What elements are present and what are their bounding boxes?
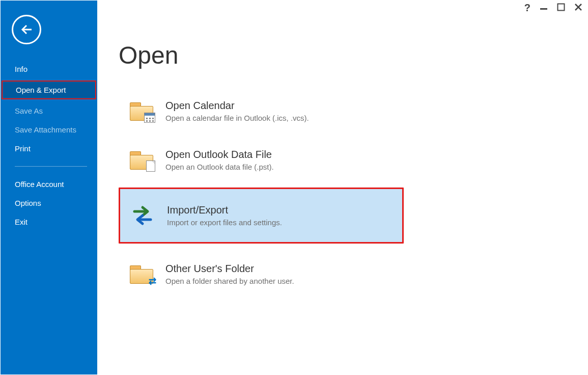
sidebar-item-exit[interactable]: Exit <box>1 212 97 231</box>
backstage-sidebar: Info Open & Export Save As Save Attachme… <box>1 1 98 374</box>
sidebar-item-save-attachments[interactable]: Save Attachments <box>1 120 97 139</box>
option-title: Import/Export <box>167 204 282 216</box>
page-title: Open <box>119 41 567 69</box>
folder-share-icon: ⇄ <box>127 262 155 286</box>
sidebar-item-save-as[interactable]: Save As <box>1 101 97 120</box>
option-import-export[interactable]: Import/Export Import or export files and… <box>119 188 404 244</box>
option-title: Other User's Folder <box>165 263 294 275</box>
sidebar-item-print[interactable]: Print <box>1 139 97 158</box>
option-open-data-file[interactable]: Open Outlook Data File Open an Outlook d… <box>119 139 404 181</box>
sidebar-item-office-account[interactable]: Office Account <box>1 175 97 194</box>
import-export-icon <box>128 203 157 228</box>
sidebar-divider <box>15 166 87 167</box>
option-other-users-folder[interactable]: ⇄ Other User's Folder Open a folder shar… <box>119 253 404 296</box>
sidebar-item-open-export[interactable]: Open & Export <box>2 81 96 99</box>
folder-page-icon <box>127 148 155 172</box>
option-desc: Import or export files and settings. <box>167 218 282 227</box>
folder-calendar-icon <box>127 99 155 123</box>
back-button[interactable] <box>12 15 41 44</box>
option-desc: Open an Outlook data file (.pst). <box>165 163 274 171</box>
sidebar-item-options[interactable]: Options <box>1 194 97 212</box>
outlook-backstage-window: ? Info Open & Export Save As Save Attach… <box>0 0 588 375</box>
option-title: Open Calendar <box>165 100 309 112</box>
option-desc: Open a folder shared by another user. <box>165 277 294 285</box>
option-desc: Open a calendar file in Outlook (.ics, .… <box>165 114 309 122</box>
option-title: Open Outlook Data File <box>165 149 274 160</box>
option-open-calendar[interactable]: Open Calendar Open a calendar file in Ou… <box>119 90 404 132</box>
backstage-main-pane: Open Open Calendar Open a calendar file … <box>98 1 587 374</box>
sidebar-item-info[interactable]: Info <box>1 60 97 78</box>
